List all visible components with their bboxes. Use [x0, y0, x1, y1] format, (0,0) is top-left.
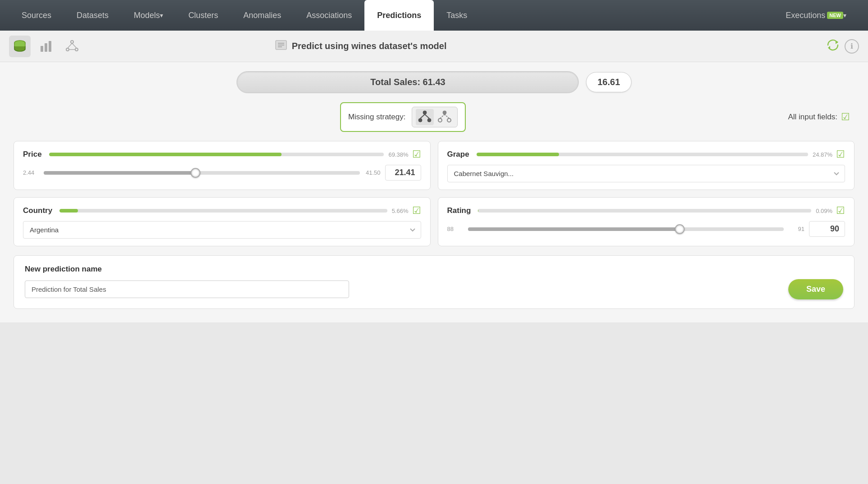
field-price-checkbox[interactable]: ☑ [412, 149, 421, 160]
nav-sources[interactable]: Sources [9, 0, 64, 31]
save-button[interactable]: Save [788, 279, 843, 299]
svg-point-22 [443, 111, 446, 114]
nav-associations[interactable]: Associations [294, 0, 364, 31]
field-country-checkbox[interactable]: ☑ [412, 205, 421, 217]
field-country-track [59, 209, 387, 213]
svg-point-24 [447, 118, 451, 122]
field-rating-max: 91 [788, 226, 804, 232]
all-fields-checkbox[interactable]: ☑ [841, 111, 850, 123]
field-price-track [49, 153, 384, 156]
field-rating-name: Rating [447, 206, 471, 215]
field-grape-pct: 24.87% [813, 151, 832, 158]
svg-point-6 [75, 48, 78, 51]
field-grape-fill [477, 153, 559, 156]
bar-chart-icon[interactable] [35, 36, 57, 57]
strategy-row: Missing strategy: [14, 102, 854, 132]
nav-executions[interactable]: Executions NEW [773, 0, 859, 31]
missing-strategy-box: Missing strategy: [340, 102, 466, 132]
strategy-option-1[interactable] [416, 109, 434, 125]
strategy-icons [412, 107, 458, 127]
svg-rect-1 [41, 46, 43, 52]
svg-rect-3 [49, 41, 51, 52]
field-price-value[interactable]: 21.41 [385, 165, 421, 181]
prediction-name-input[interactable] [25, 280, 349, 298]
field-country-select[interactable]: Argentina France Italy Spain USA Chile [23, 221, 421, 239]
field-rating-fill [478, 209, 478, 213]
main-content: Total Sales: 61.43 16.61 Missing strateg… [0, 62, 868, 322]
field-country-name: Country [23, 206, 52, 215]
field-price: Price 69.38% ☑ 2.44 41.50 21.41 [14, 141, 431, 190]
field-country: Country 5.66% ☑ Argentina France Italy S… [14, 197, 431, 246]
svg-rect-2 [45, 43, 47, 52]
field-price-slider[interactable] [44, 171, 360, 175]
nav-datasets[interactable]: Datasets [64, 0, 121, 31]
svg-point-23 [438, 118, 442, 122]
nav-tasks[interactable]: Tasks [434, 0, 480, 31]
svg-line-26 [445, 114, 449, 118]
toolbar: Predict using wines dataset's model ℹ [0, 31, 868, 62]
field-price-name: Price [23, 150, 42, 159]
field-price-thumb[interactable] [191, 168, 200, 178]
field-grape-track [477, 153, 808, 156]
database-icon[interactable] [9, 36, 31, 57]
prediction-name-label: New prediction name [25, 265, 843, 274]
result-value: 16.61 [586, 72, 631, 92]
field-rating-min: 88 [447, 226, 464, 232]
strategy-option-2[interactable] [436, 109, 454, 125]
svg-line-7 [68, 43, 72, 48]
nav-anomalies[interactable]: Anomalies [231, 0, 294, 31]
field-price-max: 41.50 [364, 169, 381, 176]
field-rating: Rating 0.09% ☑ 88 91 90 [438, 197, 855, 246]
svg-point-17 [423, 111, 427, 114]
info-button[interactable]: ℹ [845, 39, 859, 54]
svg-line-20 [420, 114, 425, 118]
svg-point-19 [427, 118, 431, 122]
field-grape-select[interactable]: Cabernet Sauvign... Merlot Chardonnay Pi… [447, 165, 845, 182]
toolbar-title-icon [275, 39, 287, 54]
result-bar: Total Sales: 61.43 16.61 [14, 71, 854, 93]
svg-line-25 [440, 114, 445, 118]
nav-models[interactable]: Models [121, 0, 176, 31]
nav-clusters[interactable]: Clusters [176, 0, 231, 31]
field-rating-slider[interactable] [468, 227, 784, 231]
field-grape-checkbox[interactable]: ☑ [836, 149, 845, 160]
prediction-name-section: New prediction name Save [14, 255, 854, 309]
new-badge: NEW [827, 12, 843, 19]
field-rating-thumb[interactable] [675, 224, 685, 234]
field-rating-pct: 0.09% [816, 208, 832, 214]
refresh-button[interactable] [826, 38, 840, 55]
fields-grid: Price 69.38% ☑ 2.44 41.50 21.41 [14, 141, 854, 246]
navbar: Sources Datasets Models Clusters Anomali… [0, 0, 868, 31]
field-rating-value[interactable]: 90 [809, 221, 845, 237]
result-label: Total Sales: 61.43 [236, 71, 579, 93]
field-country-fill [59, 209, 78, 213]
toolbar-actions: ℹ [826, 38, 859, 55]
toolbar-title: Predict using wines dataset's model [275, 39, 447, 54]
network-icon[interactable] [61, 36, 83, 57]
svg-point-18 [418, 118, 422, 122]
svg-point-5 [66, 48, 69, 51]
svg-point-4 [71, 41, 73, 43]
field-rating-track [478, 209, 811, 213]
field-price-pct: 69.38% [388, 151, 408, 158]
svg-line-8 [72, 43, 77, 48]
svg-line-21 [425, 114, 429, 118]
nav-predictions[interactable]: Predictions [364, 0, 434, 31]
field-rating-checkbox[interactable]: ☑ [836, 205, 845, 217]
field-price-fill [49, 153, 282, 156]
field-price-min: 2.44 [23, 169, 39, 176]
field-grape-name: Grape [447, 150, 469, 159]
field-grape: Grape 24.87% ☑ Cabernet Sauvign... Merlo… [438, 141, 855, 190]
field-country-pct: 5.66% [392, 208, 409, 214]
all-fields-area: All input fields: ☑ [788, 111, 850, 123]
strategy-label: Missing strategy: [348, 113, 406, 122]
